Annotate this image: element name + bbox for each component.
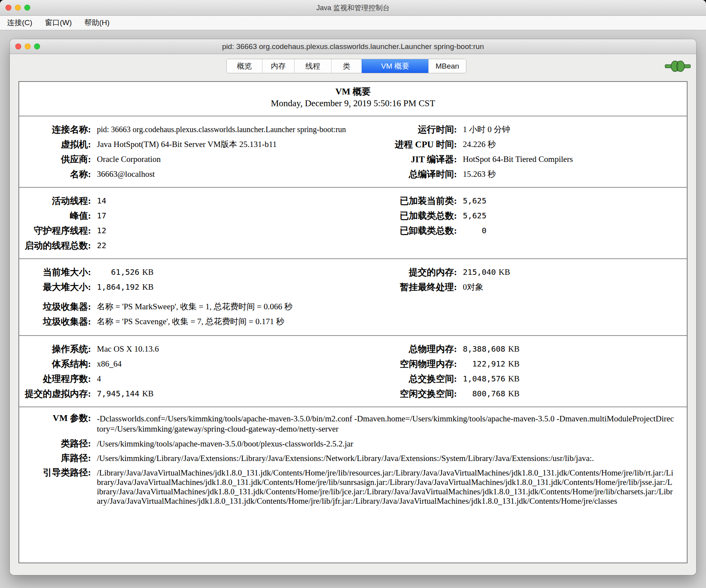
processors-value: 4 [97, 374, 364, 384]
section-connection: 连接名称: pid: 36663 org.codehaus.plexus.cla… [19, 116, 687, 187]
heap-current-value: 61,526KB [97, 267, 364, 277]
peak-threads-value: 17 [97, 211, 364, 220]
os-value: Mac OS X 10.13.6 [97, 344, 364, 354]
arch-value: x86_64 [97, 359, 364, 369]
section-paths: VM 参数: -Dclassworlds.conf=/Users/kimmkin… [19, 407, 687, 506]
total-threads-value: 22 [97, 241, 364, 250]
summary-header: VM 概要 Monday, December 9, 2019 5:50:16 P… [19, 82, 687, 116]
minimize-button[interactable] [25, 44, 31, 49]
jit-label: JIT 编译器: [369, 153, 457, 165]
total-swap-label: 总交换空间: [369, 373, 457, 385]
section-heap: 当前堆大小: 61,526KB 最大堆大小: 1,864,192KB 提交的内存… [19, 259, 687, 294]
window-controls [5, 0, 30, 15]
pending-finalization-label: 暂挂最终处理: [369, 281, 457, 293]
peak-threads-label: 峰值: [19, 210, 91, 222]
free-phys-label: 空闲物理内存: [369, 358, 457, 370]
tab-bar: 概览 内存 线程 类 VM 概要 MBean [226, 59, 466, 73]
vm-value: Java HotSpot(TM) 64-Bit Server VM版本 25.1… [97, 139, 364, 150]
heap-current-label: 当前堆大小: [19, 266, 91, 278]
loaded-total-value: 5,625 [463, 211, 688, 220]
lib-path-row: 库路径: /Users/kimmking/Library/Java/Extens… [19, 454, 687, 463]
boot-class-path-value: /Library/Java/JavaVirtualMachines/jdk1.8… [97, 468, 675, 506]
uptime-label: 运行时间: [369, 123, 457, 136]
menu-window[interactable]: 窗口(W) [38, 16, 78, 30]
connection-window: pid: 36663 org.codehaus.plexus.classworl… [10, 39, 696, 575]
menu-bar: 连接(C) 窗口(W) 帮助(H) [0, 16, 706, 31]
arch-label: 体系结构: [19, 358, 91, 370]
tab-mbeans[interactable]: MBean [428, 59, 466, 73]
uptime-value: 1 小时 0 分钟 [463, 124, 688, 135]
name-value: 36663@localhost [97, 169, 364, 179]
vm-label: 虚拟机: [19, 138, 91, 151]
unloaded-total-label: 已卸载类总数: [369, 225, 457, 237]
jconsole-main-window: Java 监视和管理控制台 连接(C) 窗口(W) 帮助(H) pid: 366… [0, 0, 706, 588]
committed-memory-label: 提交的内存: [369, 266, 457, 278]
vendor-value: Oracle Corporation [97, 154, 364, 164]
gc-2-value: 名称 = 'PS Scavenge', 收集 = 7, 总花费时间 = 0.17… [97, 316, 688, 327]
class-path-label: 类路径: [19, 439, 91, 448]
maximize-button[interactable] [24, 5, 30, 11]
maximize-button[interactable] [34, 44, 40, 49]
loaded-total-label: 已加载类总数: [369, 210, 457, 222]
window-controls [15, 39, 40, 54]
heap-max-value: 1,864,192KB [97, 282, 364, 292]
cpu-time-value: 24.226 秒 [463, 139, 688, 150]
menu-help[interactable]: 帮助(H) [78, 16, 116, 30]
tab-overview[interactable]: 概览 [227, 59, 262, 73]
close-button[interactable] [15, 44, 21, 49]
live-threads-label: 活动线程: [19, 195, 91, 207]
total-phys-label: 总物理内存: [369, 343, 457, 355]
free-phys-value: 122,912KB [463, 359, 688, 369]
plug-connected-icon [665, 60, 691, 73]
heap-max-label: 最大堆大小: [19, 281, 91, 293]
gc-2-label: 垃圾收集器: [19, 316, 91, 328]
menu-connection[interactable]: 连接(C) [1, 16, 38, 30]
snapshot-timestamp: Monday, December 9, 2019 5:50:16 PM CST [19, 98, 687, 109]
jit-value: HotSpot 64-Bit Tiered Compilers [463, 154, 688, 164]
daemon-threads-value: 12 [97, 226, 364, 235]
connection-window-titlebar[interactable]: pid: 36663 org.codehaus.plexus.classworl… [10, 39, 696, 54]
connection-window-title: pid: 36663 org.codehaus.plexus.classworl… [10, 39, 696, 54]
loaded-current-value: 5,625 [463, 196, 688, 205]
tab-threads[interactable]: 线程 [294, 59, 331, 73]
tab-classes[interactable]: 类 [331, 59, 362, 73]
cpu-time-label: 进程 CPU 时间: [369, 138, 457, 151]
vm-summary-panel: VM 概要 Monday, December 9, 2019 5:50:16 P… [18, 81, 688, 563]
os-label: 操作系统: [19, 343, 91, 355]
total-phys-value: 8,388,608KB [463, 344, 688, 354]
class-path-row: 类路径: /Users/kimmking/tools/apache-maven-… [19, 439, 687, 448]
section-os: 操作系统: Mac OS X 10.13.6 体系结构: x86_64 处理程序… [19, 336, 687, 407]
total-swap-value: 1,048,576KB [463, 374, 688, 384]
free-swap-label: 空闲交换空间: [369, 388, 457, 400]
boot-class-path-label: 引导类路径: [19, 468, 91, 477]
pending-finalization-value: 0对象 [463, 281, 688, 292]
gc-1-value: 名称 = 'PS MarkSweep', 收集 = 1, 总花费时间 = 0.0… [97, 301, 688, 312]
desktop: Java 监视和管理控制台 连接(C) 窗口(W) 帮助(H) pid: 366… [0, 0, 706, 588]
total-threads-label: 启动的线程总数: [19, 240, 91, 252]
vm-args-label: VM 参数: [19, 414, 91, 423]
minimize-button[interactable] [15, 5, 21, 11]
committed-vm-label: 提交的虚拟内存: [19, 388, 91, 400]
compile-time-label: 总编译时间: [369, 168, 457, 180]
boot-class-path-row: 引导类路径: /Library/Java/JavaVirtualMachines… [19, 468, 687, 506]
main-window-titlebar[interactable]: Java 监视和管理控制台 [0, 0, 706, 16]
page-title: VM 概要 [19, 86, 687, 98]
committed-memory-value: 215,040KB [463, 267, 688, 277]
unloaded-total-value: 0 [463, 226, 688, 235]
live-threads-value: 14 [97, 196, 364, 205]
name-label: 名称: [19, 168, 91, 180]
vendor-label: 供应商: [19, 153, 91, 165]
close-button[interactable] [5, 5, 11, 11]
tab-vm-summary[interactable]: VM 概要 [362, 59, 428, 73]
vm-args-row: VM 参数: -Dclassworlds.conf=/Users/kimmkin… [19, 414, 687, 434]
lib-path-value: /Users/kimmking/Library/Java/Extensions:… [97, 454, 675, 463]
committed-vm-value: 7,945,144KB [97, 389, 364, 399]
gc-1-label: 垃圾收集器: [19, 301, 91, 313]
main-window-title: Java 监视和管理控制台 [0, 0, 706, 15]
section-threads-classes: 活动线程: 14 峰值: 17 守护程序线程: 12 启动的线程总数: 22 已… [19, 188, 687, 258]
class-path-value: /Users/kimmking/tools/apache-maven-3.5.0… [97, 439, 675, 448]
tab-memory[interactable]: 内存 [262, 59, 294, 73]
free-swap-value: 800,768KB [463, 389, 688, 399]
section-gc: 垃圾收集器: 名称 = 'PS MarkSweep', 收集 = 1, 总花费时… [19, 294, 687, 335]
conn-name-label: 连接名称: [19, 123, 91, 136]
